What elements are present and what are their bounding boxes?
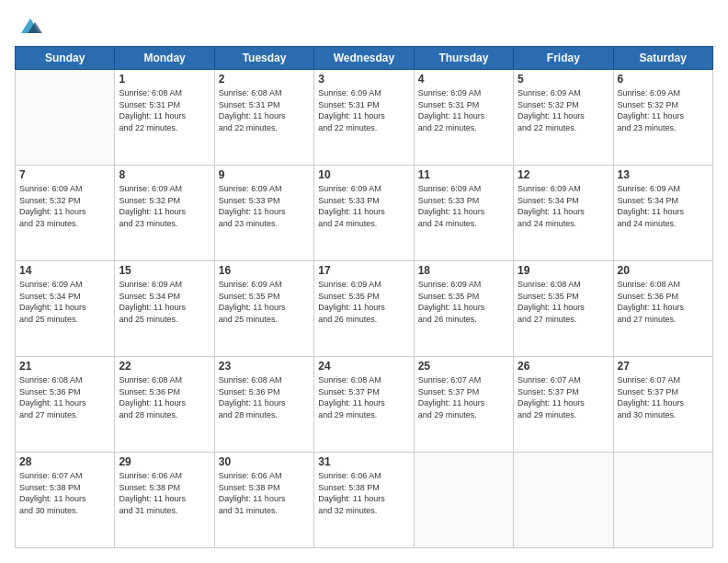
calendar-cell xyxy=(514,453,613,548)
day-number: 30 xyxy=(219,455,310,468)
calendar-header-sunday: Sunday xyxy=(16,47,115,70)
day-detail: Sunrise: 6:09 AMSunset: 5:34 PMDaylight:… xyxy=(119,279,210,325)
day-number: 1 xyxy=(119,73,210,86)
day-number: 10 xyxy=(318,168,409,181)
day-detail: Sunrise: 6:08 AMSunset: 5:36 PMDaylight:… xyxy=(618,279,709,325)
day-number: 3 xyxy=(318,73,409,86)
day-number: 20 xyxy=(618,264,709,277)
day-detail: Sunrise: 6:08 AMSunset: 5:31 PMDaylight:… xyxy=(219,87,310,133)
day-number: 14 xyxy=(19,264,110,277)
day-number: 13 xyxy=(618,168,709,181)
day-number: 6 xyxy=(618,73,709,86)
calendar-cell: 2Sunrise: 6:08 AMSunset: 5:31 PMDaylight… xyxy=(214,70,313,166)
day-number: 18 xyxy=(418,264,509,277)
calendar-cell: 29Sunrise: 6:06 AMSunset: 5:38 PMDayligh… xyxy=(115,453,214,548)
day-detail: Sunrise: 6:09 AMSunset: 5:33 PMDaylight:… xyxy=(219,183,310,229)
calendar-cell: 24Sunrise: 6:08 AMSunset: 5:37 PMDayligh… xyxy=(314,357,414,453)
day-number: 26 xyxy=(518,360,609,373)
calendar-cell: 16Sunrise: 6:09 AMSunset: 5:35 PMDayligh… xyxy=(214,261,313,357)
day-number: 19 xyxy=(518,264,609,277)
day-number: 27 xyxy=(618,360,709,373)
day-detail: Sunrise: 6:09 AMSunset: 5:34 PMDaylight:… xyxy=(19,279,110,325)
calendar-cell xyxy=(414,453,513,548)
calendar-week-row: 7Sunrise: 6:09 AMSunset: 5:32 PMDaylight… xyxy=(16,166,713,261)
calendar-cell: 5Sunrise: 6:09 AMSunset: 5:32 PMDaylight… xyxy=(514,70,613,166)
logo-icon xyxy=(17,15,44,37)
calendar-header-friday: Friday xyxy=(514,47,613,70)
day-number: 15 xyxy=(119,264,210,277)
day-number: 31 xyxy=(318,455,409,468)
calendar-table: SundayMondayTuesdayWednesdayThursdayFrid… xyxy=(15,46,713,548)
day-detail: Sunrise: 6:08 AMSunset: 5:36 PMDaylight:… xyxy=(19,374,110,420)
calendar-week-row: 14Sunrise: 6:09 AMSunset: 5:34 PMDayligh… xyxy=(16,261,713,357)
day-number: 8 xyxy=(119,168,210,181)
day-number: 2 xyxy=(219,73,310,86)
day-number: 23 xyxy=(219,360,310,373)
day-detail: Sunrise: 6:08 AMSunset: 5:37 PMDaylight:… xyxy=(318,374,409,420)
calendar-cell: 6Sunrise: 6:09 AMSunset: 5:32 PMDaylight… xyxy=(613,70,712,166)
day-detail: Sunrise: 6:09 AMSunset: 5:35 PMDaylight:… xyxy=(418,279,509,325)
day-number: 5 xyxy=(518,73,609,86)
calendar-week-row: 28Sunrise: 6:07 AMSunset: 5:38 PMDayligh… xyxy=(16,453,713,548)
page: SundayMondayTuesdayWednesdayThursdayFrid… xyxy=(0,0,728,563)
calendar-cell: 25Sunrise: 6:07 AMSunset: 5:37 PMDayligh… xyxy=(414,357,513,453)
calendar-cell: 4Sunrise: 6:09 AMSunset: 5:31 PMDaylight… xyxy=(414,70,513,166)
day-number: 11 xyxy=(418,168,509,181)
calendar-cell: 19Sunrise: 6:08 AMSunset: 5:35 PMDayligh… xyxy=(514,261,613,357)
calendar-cell: 15Sunrise: 6:09 AMSunset: 5:34 PMDayligh… xyxy=(115,261,214,357)
calendar-cell: 23Sunrise: 6:08 AMSunset: 5:36 PMDayligh… xyxy=(214,357,313,453)
day-detail: Sunrise: 6:08 AMSunset: 5:36 PMDaylight:… xyxy=(219,374,310,420)
calendar-cell: 26Sunrise: 6:07 AMSunset: 5:37 PMDayligh… xyxy=(514,357,613,453)
day-detail: Sunrise: 6:09 AMSunset: 5:35 PMDaylight:… xyxy=(219,279,310,325)
calendar-cell: 3Sunrise: 6:09 AMSunset: 5:31 PMDaylight… xyxy=(314,70,414,166)
calendar-cell: 28Sunrise: 6:07 AMSunset: 5:38 PMDayligh… xyxy=(16,453,115,548)
day-detail: Sunrise: 6:09 AMSunset: 5:34 PMDaylight:… xyxy=(618,183,709,229)
calendar-cell: 18Sunrise: 6:09 AMSunset: 5:35 PMDayligh… xyxy=(414,261,513,357)
day-number: 25 xyxy=(418,360,509,373)
calendar-header-monday: Monday xyxy=(115,47,214,70)
day-number: 4 xyxy=(418,73,509,86)
day-detail: Sunrise: 6:08 AMSunset: 5:31 PMDaylight:… xyxy=(119,87,210,133)
day-number: 17 xyxy=(318,264,409,277)
day-number: 29 xyxy=(119,455,210,468)
day-number: 9 xyxy=(219,168,310,181)
calendar-cell xyxy=(613,453,712,548)
day-detail: Sunrise: 6:09 AMSunset: 5:32 PMDaylight:… xyxy=(618,87,709,133)
calendar-cell xyxy=(16,70,115,166)
day-detail: Sunrise: 6:07 AMSunset: 5:37 PMDaylight:… xyxy=(418,374,509,420)
calendar-cell: 9Sunrise: 6:09 AMSunset: 5:33 PMDaylight… xyxy=(214,166,313,261)
day-detail: Sunrise: 6:09 AMSunset: 5:33 PMDaylight:… xyxy=(318,183,409,229)
day-number: 28 xyxy=(19,455,110,468)
calendar-cell: 8Sunrise: 6:09 AMSunset: 5:32 PMDaylight… xyxy=(115,166,214,261)
day-detail: Sunrise: 6:07 AMSunset: 5:37 PMDaylight:… xyxy=(518,374,609,420)
day-detail: Sunrise: 6:07 AMSunset: 5:38 PMDaylight:… xyxy=(19,470,110,516)
header xyxy=(15,15,713,37)
calendar-header-wednesday: Wednesday xyxy=(314,47,414,70)
calendar-cell: 7Sunrise: 6:09 AMSunset: 5:32 PMDaylight… xyxy=(16,166,115,261)
day-detail: Sunrise: 6:06 AMSunset: 5:38 PMDaylight:… xyxy=(219,470,310,516)
logo xyxy=(15,15,44,37)
calendar-cell: 11Sunrise: 6:09 AMSunset: 5:33 PMDayligh… xyxy=(414,166,513,261)
day-number: 7 xyxy=(19,168,110,181)
calendar-cell: 12Sunrise: 6:09 AMSunset: 5:34 PMDayligh… xyxy=(514,166,613,261)
day-detail: Sunrise: 6:09 AMSunset: 5:32 PMDaylight:… xyxy=(119,183,210,229)
day-number: 21 xyxy=(19,360,110,373)
day-number: 24 xyxy=(318,360,409,373)
calendar-cell: 17Sunrise: 6:09 AMSunset: 5:35 PMDayligh… xyxy=(314,261,414,357)
day-detail: Sunrise: 6:08 AMSunset: 5:36 PMDaylight:… xyxy=(119,374,210,420)
calendar-header-tuesday: Tuesday xyxy=(214,47,313,70)
calendar-header-thursday: Thursday xyxy=(414,47,513,70)
calendar-cell: 1Sunrise: 6:08 AMSunset: 5:31 PMDaylight… xyxy=(115,70,214,166)
day-detail: Sunrise: 6:06 AMSunset: 5:38 PMDaylight:… xyxy=(119,470,210,516)
day-detail: Sunrise: 6:09 AMSunset: 5:33 PMDaylight:… xyxy=(418,183,509,229)
calendar-header-saturday: Saturday xyxy=(613,47,712,70)
calendar-week-row: 1Sunrise: 6:08 AMSunset: 5:31 PMDaylight… xyxy=(16,70,713,166)
calendar-cell: 20Sunrise: 6:08 AMSunset: 5:36 PMDayligh… xyxy=(613,261,712,357)
day-detail: Sunrise: 6:08 AMSunset: 5:35 PMDaylight:… xyxy=(518,279,609,325)
calendar-cell: 31Sunrise: 6:06 AMSunset: 5:38 PMDayligh… xyxy=(314,453,414,548)
day-number: 12 xyxy=(518,168,609,181)
day-detail: Sunrise: 6:09 AMSunset: 5:31 PMDaylight:… xyxy=(418,87,509,133)
calendar-cell: 30Sunrise: 6:06 AMSunset: 5:38 PMDayligh… xyxy=(214,453,313,548)
day-detail: Sunrise: 6:06 AMSunset: 5:38 PMDaylight:… xyxy=(318,470,409,516)
day-number: 22 xyxy=(119,360,210,373)
